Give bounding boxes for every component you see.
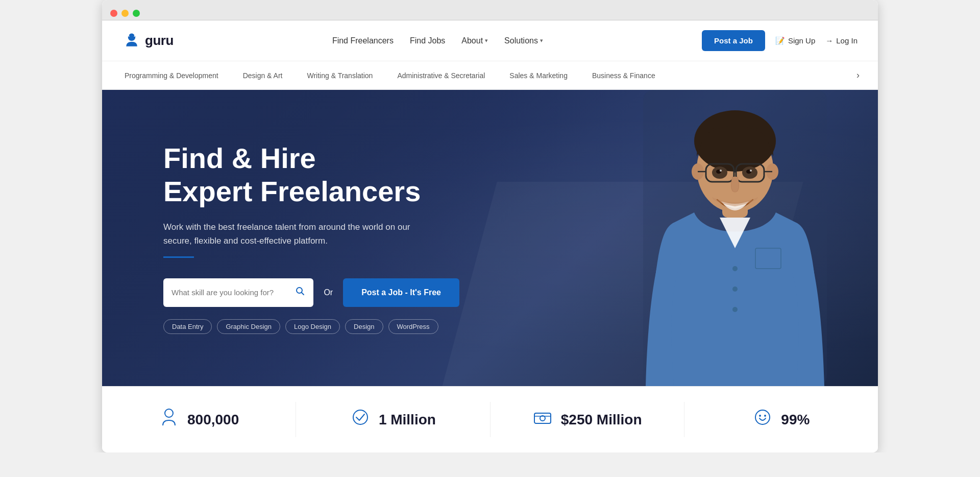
satisfaction-icon <box>752 407 773 432</box>
hero-section: Find & Hire Expert Freelancers Work with… <box>102 90 878 386</box>
post-job-hero-button[interactable]: Post a Job - It's Free <box>343 278 459 307</box>
header-actions: Post a Job 📝 Sign Up → Log In <box>702 30 857 51</box>
svg-point-27 <box>755 410 770 424</box>
tag-data-entry[interactable]: Data Entry <box>163 319 212 334</box>
svg-point-17 <box>720 170 722 172</box>
search-icon <box>295 286 305 299</box>
category-writing[interactable]: Writing & Translation <box>295 61 385 89</box>
sign-up-button[interactable]: 📝 Sign Up <box>775 36 815 45</box>
svg-point-5 <box>694 110 776 172</box>
category-more-icon[interactable]: › <box>848 70 868 81</box>
freelancers-icon <box>159 407 179 432</box>
solutions-link[interactable]: Solutions ▾ <box>504 36 543 45</box>
login-icon: → <box>825 36 833 45</box>
hero-content: Find & Hire Expert Freelancers Work with… <box>102 101 459 374</box>
category-programming[interactable]: Programming & Development <box>112 61 231 89</box>
mac-titlebar <box>102 0 878 20</box>
stats-bar: 800,000 1 Million $250 Million <box>102 386 878 452</box>
hero-subtitle: Work with the best freelance talent from… <box>163 220 439 248</box>
category-design[interactable]: Design & Art <box>231 61 295 89</box>
maximize-button[interactable] <box>133 10 140 17</box>
solutions-chevron-icon: ▾ <box>540 37 543 44</box>
svg-point-29 <box>764 415 766 417</box>
logo-text: guru <box>145 33 174 49</box>
category-bar: Programming & Development Design & Art W… <box>102 61 878 90</box>
svg-point-20 <box>732 287 738 292</box>
stat-earnings: $250 Million <box>491 402 684 437</box>
find-jobs-link[interactable]: Find Jobs <box>410 36 445 45</box>
tag-design[interactable]: Design <box>345 319 383 334</box>
suggestion-tags: Data Entry Graphic Design Logo Design De… <box>163 319 459 334</box>
jobs-icon <box>350 407 371 432</box>
tag-logo-design[interactable]: Logo Design <box>285 319 340 334</box>
svg-point-24 <box>353 410 368 424</box>
logo[interactable]: guru <box>122 32 174 50</box>
or-text: Or <box>324 288 333 297</box>
hero-underline <box>163 256 194 258</box>
site-header: guru Find Freelancers Find Jobs About ▾ … <box>102 20 878 61</box>
svg-point-19 <box>732 266 738 271</box>
close-button[interactable] <box>110 10 117 17</box>
stat-jobs-number: 1 Million <box>379 412 436 428</box>
stat-freelancers: 800,000 <box>102 402 296 437</box>
signup-icon: 📝 <box>775 36 785 45</box>
hero-person-photo <box>623 90 847 386</box>
tag-graphic-design[interactable]: Graphic Design <box>217 319 280 334</box>
minimize-button[interactable] <box>121 10 129 17</box>
stat-satisfaction-number: 99% <box>781 412 810 428</box>
logo-icon <box>122 32 141 50</box>
category-business[interactable]: Business & Finance <box>580 61 668 89</box>
category-admin[interactable]: Administrative & Secretarial <box>385 61 497 89</box>
search-box[interactable] <box>163 278 313 307</box>
about-chevron-icon: ▾ <box>485 37 488 44</box>
category-sales[interactable]: Sales & Marketing <box>497 61 580 89</box>
earnings-icon <box>532 407 553 432</box>
svg-point-18 <box>750 170 752 172</box>
find-freelancers-link[interactable]: Find Freelancers <box>332 36 394 45</box>
search-row: Or Post a Job - It's Free <box>163 278 459 307</box>
post-job-header-button[interactable]: Post a Job <box>702 30 765 51</box>
tag-wordpress[interactable]: WordPress <box>388 319 438 334</box>
about-link[interactable]: About ▾ <box>461 36 488 45</box>
stat-jobs: 1 Million <box>296 402 490 437</box>
log-in-button[interactable]: → Log In <box>825 36 857 45</box>
browser-window: guru Find Freelancers Find Jobs About ▾ … <box>102 0 878 452</box>
svg-rect-25 <box>534 413 551 423</box>
stat-satisfaction: 99% <box>684 402 878 437</box>
svg-point-28 <box>759 415 761 417</box>
hero-title: Find & Hire Expert Freelancers <box>163 142 459 208</box>
stat-freelancers-number: 800,000 <box>187 412 239 428</box>
main-nav: Find Freelancers Find Jobs About ▾ Solut… <box>332 36 543 45</box>
svg-point-21 <box>732 307 738 312</box>
search-input[interactable] <box>172 288 289 297</box>
stat-earnings-number: $250 Million <box>561 412 642 428</box>
svg-point-23 <box>165 409 173 417</box>
